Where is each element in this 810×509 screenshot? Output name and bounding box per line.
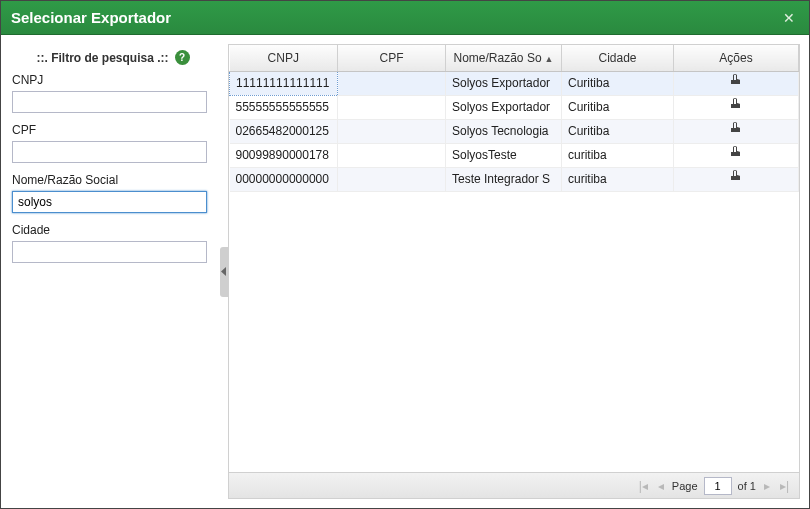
select-row-icon[interactable] bbox=[729, 74, 743, 93]
cell-cpf bbox=[338, 119, 446, 143]
field-cpf: CPF bbox=[12, 123, 214, 163]
grid-area: CNPJ CPF Nome/Razão So▲ Cidade Ações 111… bbox=[229, 45, 799, 472]
cell-cidade: Curitiba bbox=[562, 95, 674, 119]
pager-page-label: Page bbox=[672, 480, 698, 492]
cell-cnpj: 55555555555555 bbox=[230, 95, 338, 119]
cell-cnpj: 00000000000000 bbox=[230, 167, 338, 191]
field-nome: Nome/Razão Social bbox=[12, 173, 214, 213]
cell-action bbox=[674, 167, 799, 191]
pager-prev-icon[interactable]: ◂ bbox=[656, 479, 666, 493]
col-header-nome[interactable]: Nome/Razão So▲ bbox=[446, 45, 562, 71]
close-icon[interactable]: ✕ bbox=[779, 8, 799, 28]
modal-window: Selecionar Exportador ✕ ::. Filtro de pe… bbox=[0, 0, 810, 509]
col-header-acoes[interactable]: Ações bbox=[674, 45, 799, 71]
cell-cidade: Curitiba bbox=[562, 71, 674, 95]
pager-last-icon[interactable]: ▸| bbox=[778, 479, 791, 493]
cell-cnpj: 90099890000178 bbox=[230, 143, 338, 167]
pager-page-input[interactable] bbox=[704, 477, 732, 495]
table-body: 11111111111111 Solyos Exportador Curitib… bbox=[230, 71, 799, 191]
filter-header: ::. Filtro de pesquisa .:: ? bbox=[12, 48, 214, 73]
col-header-cpf[interactable]: CPF bbox=[338, 45, 446, 71]
cell-action bbox=[674, 95, 799, 119]
titlebar: Selecionar Exportador ✕ bbox=[1, 1, 809, 35]
cell-cidade: curitiba bbox=[562, 167, 674, 191]
select-row-icon[interactable] bbox=[729, 170, 743, 189]
table-row[interactable]: 90099890000178 SolyosTeste curitiba bbox=[230, 143, 799, 167]
col-header-cidade[interactable]: Cidade bbox=[562, 45, 674, 71]
field-cnpj: CNPJ bbox=[12, 73, 214, 113]
input-cpf[interactable] bbox=[12, 141, 207, 163]
filter-title: ::. Filtro de pesquisa .:: bbox=[36, 51, 168, 65]
cell-nome: Teste Integrador S bbox=[446, 167, 562, 191]
table-row[interactable]: 02665482000125 Solyos Tecnologia Curitib… bbox=[230, 119, 799, 143]
col-header-cnpj[interactable]: CNPJ bbox=[230, 45, 338, 71]
table-row[interactable]: 55555555555555 Solyos Exportador Curitib… bbox=[230, 95, 799, 119]
label-cnpj: CNPJ bbox=[12, 73, 214, 87]
splitter[interactable] bbox=[220, 44, 228, 499]
cell-cpf bbox=[338, 167, 446, 191]
cell-action bbox=[674, 71, 799, 95]
label-cidade: Cidade bbox=[12, 223, 214, 237]
cell-cpf bbox=[338, 71, 446, 95]
cell-action bbox=[674, 143, 799, 167]
pager-first-icon[interactable]: |◂ bbox=[637, 479, 650, 493]
cell-nome: SolyosTeste bbox=[446, 143, 562, 167]
input-cidade[interactable] bbox=[12, 241, 207, 263]
splitter-handle-icon[interactable] bbox=[220, 247, 228, 297]
label-cpf: CPF bbox=[12, 123, 214, 137]
window-body: ::. Filtro de pesquisa .:: ? CNPJ CPF No… bbox=[1, 35, 809, 508]
cell-cnpj: 02665482000125 bbox=[230, 119, 338, 143]
table-row[interactable]: 00000000000000 Teste Integrador S curiti… bbox=[230, 167, 799, 191]
cell-cpf bbox=[338, 143, 446, 167]
pager-next-icon[interactable]: ▸ bbox=[762, 479, 772, 493]
sort-asc-icon: ▲ bbox=[545, 54, 554, 64]
cell-cidade: Curitiba bbox=[562, 119, 674, 143]
table-row[interactable]: 11111111111111 Solyos Exportador Curitib… bbox=[230, 71, 799, 95]
cell-nome: Solyos Exportador bbox=[446, 95, 562, 119]
cell-action bbox=[674, 119, 799, 143]
window-title: Selecionar Exportador bbox=[11, 9, 171, 26]
input-nome[interactable] bbox=[12, 191, 207, 213]
select-row-icon[interactable] bbox=[729, 122, 743, 141]
field-cidade: Cidade bbox=[12, 223, 214, 263]
input-cnpj[interactable] bbox=[12, 91, 207, 113]
label-nome: Nome/Razão Social bbox=[12, 173, 214, 187]
select-row-icon[interactable] bbox=[729, 98, 743, 117]
table-header-row: CNPJ CPF Nome/Razão So▲ Cidade Ações bbox=[230, 45, 799, 71]
filter-panel: ::. Filtro de pesquisa .:: ? CNPJ CPF No… bbox=[10, 44, 220, 499]
select-row-icon[interactable] bbox=[729, 146, 743, 165]
grid-panel: CNPJ CPF Nome/Razão So▲ Cidade Ações 111… bbox=[228, 44, 800, 499]
pager-of-label: of 1 bbox=[738, 480, 756, 492]
cell-nome: Solyos Tecnologia bbox=[446, 119, 562, 143]
cell-nome: Solyos Exportador bbox=[446, 71, 562, 95]
cell-cidade: curitiba bbox=[562, 143, 674, 167]
results-table: CNPJ CPF Nome/Razão So▲ Cidade Ações 111… bbox=[229, 45, 799, 192]
pager: |◂ ◂ Page of 1 ▸ ▸| bbox=[229, 472, 799, 498]
cell-cpf bbox=[338, 95, 446, 119]
help-icon[interactable]: ? bbox=[175, 50, 190, 65]
col-header-nome-label: Nome/Razão So bbox=[454, 51, 542, 65]
cell-cnpj: 11111111111111 bbox=[230, 71, 338, 95]
